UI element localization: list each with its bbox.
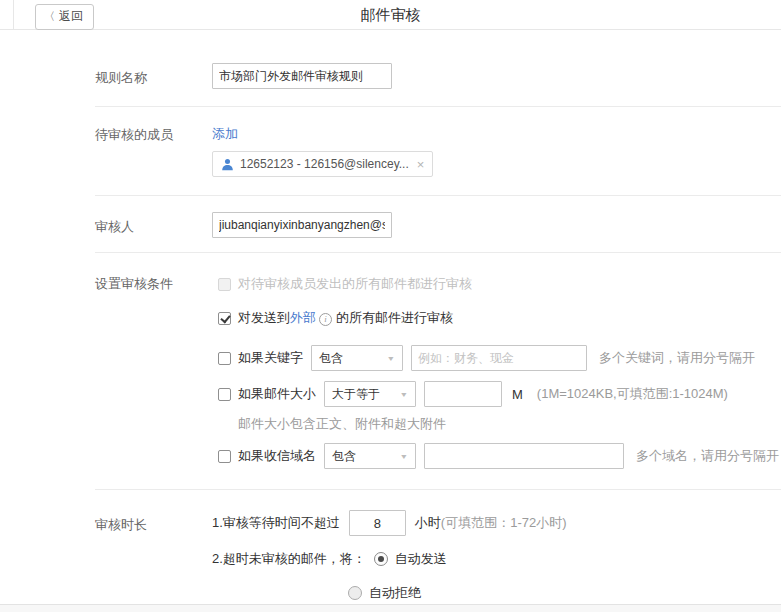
member-chip-text: 12652123 - 126156@silencey...	[240, 157, 409, 171]
duration-label: 审核时长	[95, 510, 212, 602]
keyword-hint: 多个关键词，请用分号隔开	[599, 349, 755, 367]
auto-reject-radio[interactable]	[348, 586, 362, 600]
condition-all-mail-row: 对待审核成员发出的所有邮件都进行审核	[218, 275, 779, 293]
add-member-link[interactable]: 添加	[212, 126, 238, 141]
size-unit: M	[512, 387, 523, 402]
rule-name-input[interactable]	[212, 63, 392, 89]
condition-keyword-row: 如果关键字 包含 ▼ 多个关键词，请用分号隔开	[218, 345, 779, 371]
all-mail-checkbox	[218, 278, 231, 291]
domain-text: 如果收信域名	[238, 447, 316, 465]
wait-time-prefix: 1.审核等待时间不超过	[212, 514, 340, 532]
domain-checkbox[interactable]	[218, 450, 231, 463]
domain-hint: 多个域名，请用分号隔开	[636, 447, 779, 465]
size-input[interactable]	[424, 381, 502, 407]
external-text-suffix: 的所有邮件进行审核	[336, 309, 453, 327]
size-note: 邮件大小包含正文、附件和超大附件	[238, 415, 779, 433]
domain-operator-value: 包含	[332, 448, 356, 465]
conditions-section: 设置审核条件 对待审核成员发出的所有邮件都进行审核 对发送到外部i的所有邮件进行…	[95, 253, 781, 469]
condition-domain-row: 如果收信域名 包含 ▼ 多个域名，请用分号隔开	[218, 443, 779, 469]
wait-time-hint: (可填范围：1-72小时)	[441, 514, 567, 532]
auto-reject-label: 自动拒绝	[369, 584, 421, 602]
auto-send-radio[interactable]	[374, 552, 388, 566]
size-checkbox[interactable]	[218, 388, 231, 401]
keyword-input[interactable]	[411, 345, 587, 371]
duration-section: 审核时长 1.审核等待时间不超过 小时(可填范围：1-72小时) 2.超时未审核…	[95, 490, 781, 602]
footer-bar	[0, 604, 781, 612]
all-mail-text: 对待审核成员发出的所有邮件都进行审核	[238, 275, 472, 293]
info-icon[interactable]: i	[319, 313, 332, 326]
keyword-operator-value: 包含	[319, 350, 343, 367]
size-operator-select[interactable]: 大于等于 ▼	[324, 381, 416, 407]
member-chip: 12652123 - 126156@silencey... ×	[212, 151, 433, 177]
timeout-action-row2: 自动拒绝	[348, 584, 567, 602]
timeout-action-row: 2.超时未审核的邮件，将： 自动发送	[212, 550, 567, 568]
keyword-checkbox[interactable]	[218, 352, 231, 365]
domain-operator-select[interactable]: 包含 ▼	[324, 443, 416, 469]
external-checkbox[interactable]	[218, 312, 231, 325]
reviewer-label: 审核人	[95, 212, 212, 238]
external-link[interactable]: 外部	[290, 309, 316, 327]
size-range-hint: (1M=1024KB,可填范围:1-1024M)	[537, 385, 728, 403]
condition-external-row: 对发送到外部i的所有邮件进行审核	[218, 309, 779, 327]
members-section: 待审核的成员 添加 12652123 - 126156@silencey... …	[95, 107, 781, 177]
header: 〈 返回 邮件审核	[0, 0, 781, 30]
reviewer-section: 审核人	[95, 196, 781, 238]
chevron-down-icon: ▼	[400, 390, 409, 398]
chevron-down-icon: ▼	[387, 354, 396, 362]
keyword-text: 如果关键字	[238, 349, 303, 367]
chip-close-icon[interactable]: ×	[417, 157, 425, 172]
person-icon	[221, 158, 234, 171]
condition-size-row: 如果邮件大小 大于等于 ▼ M (1M=1024KB,可填范围:1-1024M)	[218, 381, 779, 407]
size-text: 如果邮件大小	[238, 385, 316, 403]
conditions-label: 设置审核条件	[95, 275, 212, 469]
rule-name-section: 规则名称	[95, 30, 781, 89]
auto-send-label: 自动发送	[395, 550, 447, 568]
domain-input[interactable]	[424, 443, 624, 469]
members-label: 待审核的成员	[95, 125, 212, 177]
wait-time-row: 1.审核等待时间不超过 小时(可填范围：1-72小时)	[212, 510, 567, 536]
wait-hours-input[interactable]	[349, 510, 406, 536]
rule-name-label: 规则名称	[95, 63, 212, 89]
external-text-prefix: 对发送到	[238, 309, 290, 327]
keyword-operator-select[interactable]: 包含 ▼	[311, 345, 403, 371]
page-title: 邮件审核	[0, 0, 781, 29]
chevron-down-icon: ▼	[400, 452, 409, 460]
reviewer-input[interactable]	[212, 212, 392, 238]
wait-time-unit: 小时	[415, 514, 441, 532]
size-operator-value: 大于等于	[332, 386, 380, 403]
timeout-prefix: 2.超时未审核的邮件，将：	[212, 550, 366, 568]
